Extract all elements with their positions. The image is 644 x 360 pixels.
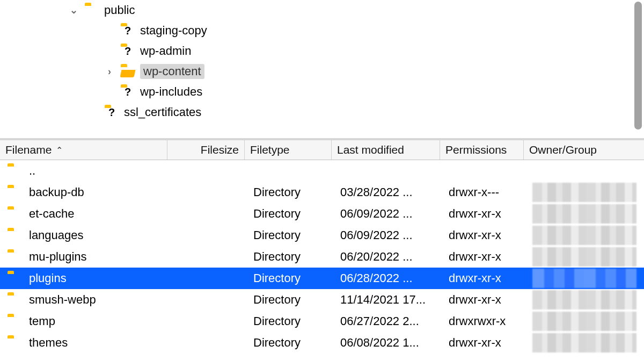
permissions-cell: drwxr-xr-x [449, 336, 532, 350]
owner-blurred [532, 269, 636, 288]
folder-icon [8, 208, 24, 220]
tree-node-wp-includes[interactable]: wp-includes [4, 82, 640, 102]
owner-group-cell [532, 182, 644, 203]
table-row[interactable]: .. [0, 160, 644, 182]
header-lastmod[interactable]: Last modified [332, 140, 440, 160]
owner-blurred [532, 312, 636, 331]
permissions-cell: drwxr-xr-x [449, 250, 532, 264]
folder-unknown-icon [105, 106, 119, 118]
filetype-cell: Directory [253, 271, 340, 285]
folder-icon [85, 4, 99, 16]
chevron-down-icon [70, 5, 78, 15]
header-filename-label: Filename [5, 143, 52, 156]
filename-cell: et-cache [29, 207, 176, 221]
table-row[interactable]: et-cacheDirectory06/09/2022 ...drwxr-xr-… [0, 203, 644, 225]
owner-group-cell [532, 268, 644, 289]
tree-node-ssl-certificates[interactable]: ssl_certificates [4, 102, 640, 123]
filetype-cell: Directory [253, 250, 340, 264]
filename-cell: plugins [29, 271, 176, 285]
permissions-cell: drwxr-xr-x [449, 293, 532, 307]
tree-label: wp-includes [140, 85, 202, 99]
folder-icon [8, 251, 24, 263]
table-row[interactable]: smush-webpDirectory11/14/2021 17...drwxr… [0, 289, 644, 311]
owner-group-cell [532, 289, 644, 311]
folder-icon [8, 165, 24, 177]
remote-tree-pane[interactable]: public staging-copy wp-admin wp-content … [0, 0, 644, 140]
header-permissions[interactable]: Permissions [440, 140, 524, 160]
owner-group-cell [532, 160, 644, 182]
filetype-cell: Directory [253, 314, 340, 328]
filename-cell: smush-webp [29, 293, 176, 307]
owner-blurred [532, 290, 636, 309]
filename-cell: languages [29, 228, 176, 242]
table-row[interactable]: backup-dbDirectory03/28/2022 ...drwxr-x-… [0, 182, 644, 203]
header-lastmod-label: Last modified [337, 143, 404, 156]
owner-group-cell [532, 311, 644, 332]
file-list[interactable]: ..backup-dbDirectory03/28/2022 ...drwxr-… [0, 160, 644, 360]
filename-cell: themes [29, 336, 176, 350]
folder-icon [8, 337, 24, 349]
disclosure-triangle[interactable] [104, 67, 115, 76]
owner-blurred [532, 204, 636, 224]
lastmod-cell: 11/14/2021 17... [340, 293, 449, 307]
folder-unknown-icon [121, 45, 135, 57]
folder-icon [8, 186, 24, 198]
filename-cell: mu-plugins [29, 250, 176, 264]
owner-blurred [532, 247, 636, 267]
tree-label: staging-copy [140, 24, 207, 38]
tree-label-selected: wp-content [140, 64, 204, 79]
table-row[interactable]: tempDirectory06/27/2022 2...drwxrwxr-x [0, 311, 644, 332]
owner-blurred [532, 183, 636, 202]
owner-blurred [532, 226, 636, 245]
tree-scrollbar[interactable] [634, 2, 642, 129]
lastmod-cell: 06/08/2022 1... [340, 336, 449, 350]
folder-icon [8, 229, 24, 241]
filename-cell: temp [29, 314, 176, 328]
tree-label: public [104, 3, 135, 17]
disclosure-triangle[interactable] [68, 5, 79, 15]
tree-label: wp-admin [140, 44, 191, 58]
permissions-cell: drwxr-x--- [449, 185, 532, 199]
filename-cell: .. [29, 164, 176, 178]
filetype-cell: Directory [253, 185, 340, 199]
header-filetype-label: Filetype [250, 143, 290, 156]
owner-blurred [532, 333, 636, 352]
lastmod-cell: 06/27/2022 2... [340, 314, 449, 328]
file-manager-window: public staging-copy wp-admin wp-content … [0, 0, 644, 360]
header-filesize-label: Filesize [201, 143, 239, 156]
table-row[interactable]: themesDirectory06/08/2022 1...drwxr-xr-x [0, 332, 644, 354]
tree-node-public[interactable]: public [4, 0, 640, 20]
owner-group-cell [532, 246, 644, 268]
lastmod-cell: 06/09/2022 ... [340, 207, 449, 221]
folder-unknown-icon [121, 25, 135, 37]
tree-node-staging-copy[interactable]: staging-copy [4, 20, 640, 41]
tree-node-wp-admin[interactable]: wp-admin [4, 41, 640, 61]
folder-icon [8, 294, 24, 306]
header-owner-label: Owner/Group [529, 143, 597, 156]
permissions-cell: drwxr-xr-x [449, 228, 532, 242]
list-header: Filename ⌃ Filesize Filetype Last modifi… [0, 140, 644, 160]
table-row[interactable]: mu-pluginsDirectory06/20/2022 ...drwxr-x… [0, 246, 644, 268]
filetype-cell: Directory [253, 336, 340, 350]
filetype-cell: Directory [253, 228, 340, 242]
owner-group-cell [532, 225, 644, 246]
owner-group-cell [532, 332, 644, 354]
table-row[interactable]: pluginsDirectory06/28/2022 ...drwxr-xr-x [0, 268, 644, 289]
permissions-cell: drwxr-xr-x [449, 271, 532, 285]
lastmod-cell: 06/20/2022 ... [340, 250, 449, 264]
header-filesize[interactable]: Filesize [167, 140, 245, 160]
filetype-cell: Directory [253, 207, 340, 221]
folder-icon [8, 272, 24, 284]
folder-unknown-icon [121, 86, 135, 98]
tree-node-wp-content[interactable]: wp-content [4, 61, 640, 82]
table-row[interactable]: languagesDirectory06/09/2022 ...drwxr-xr… [0, 225, 644, 246]
permissions-cell: drwxrwxr-x [449, 314, 532, 328]
header-filename[interactable]: Filename ⌃ [0, 140, 167, 160]
lastmod-cell: 06/28/2022 ... [340, 271, 449, 285]
header-filetype[interactable]: Filetype [245, 140, 332, 160]
filename-cell: backup-db [29, 185, 176, 199]
permissions-cell: drwxr-xr-x [449, 207, 532, 221]
header-owner-group[interactable]: Owner/Group [524, 140, 644, 160]
header-permissions-label: Permissions [445, 143, 507, 156]
tree-label: ssl_certificates [124, 105, 201, 119]
